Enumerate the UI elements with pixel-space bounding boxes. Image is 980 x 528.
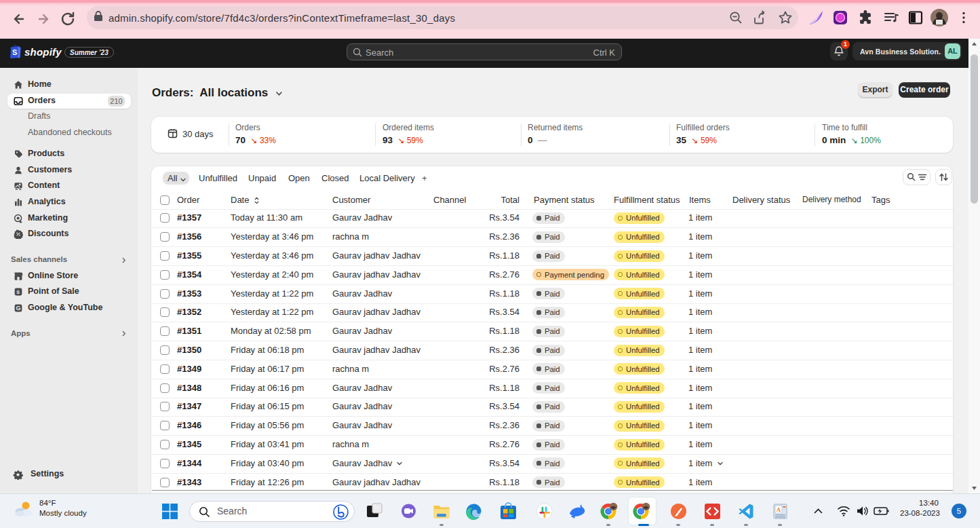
svg-text:G: G xyxy=(16,305,20,312)
svg-text:A: A xyxy=(777,506,781,513)
svg-text:s: s xyxy=(16,288,20,295)
svg-text:S: S xyxy=(12,48,17,56)
